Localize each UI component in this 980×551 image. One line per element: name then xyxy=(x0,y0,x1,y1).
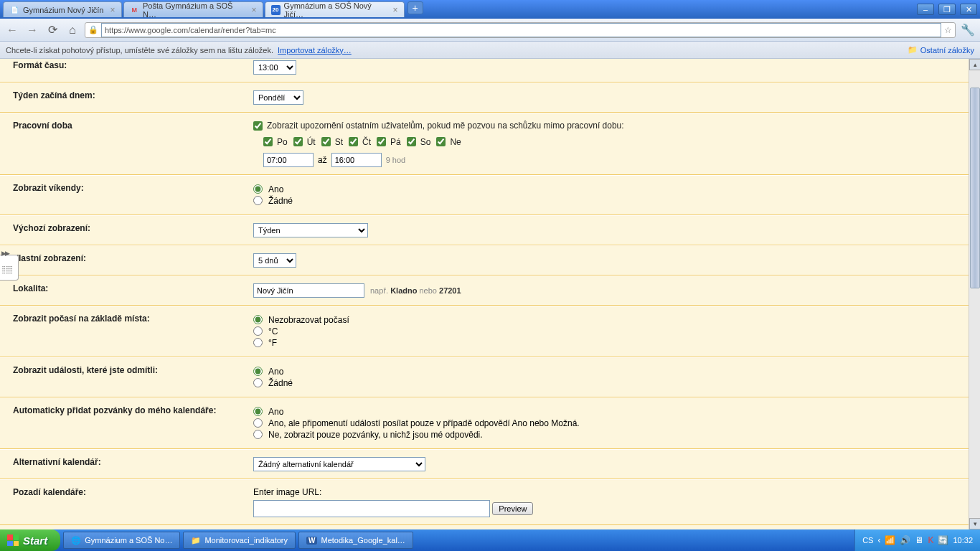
background-prompt: Enter image URL: xyxy=(253,487,969,497)
browser-tabs: 📄 Gymnázium Nový Jičín × M Pošta Gymnázi… xyxy=(3,1,911,17)
system-tray[interactable]: CS ‹ 📶 🔊 🖥 K 🔄 10:32 xyxy=(854,529,980,551)
day-so[interactable]: So xyxy=(407,137,431,147)
expand-arrows-icon: ▶▶ xyxy=(1,250,9,257)
folder-icon: 📁 xyxy=(191,536,201,545)
start-button[interactable]: Start xyxy=(0,529,60,551)
day-ct[interactable]: Čt xyxy=(349,137,371,147)
label-alt-calendar: Alternativní kalendář: xyxy=(13,457,253,471)
volume-icon[interactable]: 🔊 xyxy=(900,535,910,545)
work-between-label: až xyxy=(318,155,327,165)
network-icon[interactable]: 📶 xyxy=(885,535,895,545)
radio-declined-yes[interactable] xyxy=(253,367,263,376)
close-button[interactable]: ✕ xyxy=(960,4,977,15)
star-icon[interactable]: ☆ xyxy=(944,25,952,35)
radio-autoadd-1[interactable] xyxy=(253,407,263,416)
taskbar-item-1[interactable]: 🌐 Gymnázium a SOŠ No… xyxy=(63,532,180,549)
day-st[interactable]: St xyxy=(321,137,343,147)
new-tab-button[interactable]: + xyxy=(407,1,423,14)
maximize-button[interactable]: ❐ xyxy=(938,4,956,15)
row-auto-add: Automaticky přidat pozvánky do mého kale… xyxy=(0,397,969,449)
taskbar-item-3[interactable]: W Metodika_Google_kal… xyxy=(298,532,413,549)
input-locality[interactable] xyxy=(253,283,364,298)
radio-weather-f[interactable] xyxy=(253,338,263,347)
forward-button[interactable]: → xyxy=(24,22,40,38)
work-from-input[interactable] xyxy=(263,153,314,167)
reload-button[interactable]: ⟳ xyxy=(44,22,60,38)
tab-1[interactable]: 📄 Gymnázium Nový Jičín × xyxy=(3,1,122,17)
day-ut[interactable]: Út xyxy=(293,137,316,147)
scroll-down-icon[interactable]: ▾ xyxy=(969,518,980,529)
label-work-hours: Pracovní doba xyxy=(13,121,253,167)
back-button[interactable]: ← xyxy=(4,22,20,38)
home-button[interactable]: ⌂ xyxy=(65,22,80,38)
monitor-icon[interactable]: 🖥 xyxy=(915,535,923,545)
close-icon[interactable]: × xyxy=(251,5,256,15)
label-show-weekends: Zobrazit víkendy: xyxy=(13,183,253,207)
other-bookmarks-label: Ostatní záložky xyxy=(920,46,974,55)
preview-button[interactable]: Preview xyxy=(492,502,533,515)
sync-icon[interactable]: 🔄 xyxy=(938,535,948,545)
row-default-view: Výchozí zobrazení: Týden xyxy=(0,215,969,245)
checkbox-input[interactable] xyxy=(253,121,263,131)
bookmark-bar: Chcete-li získat pohotový přístup, umíst… xyxy=(0,42,980,59)
address-bar[interactable]: 🔒 ☆ xyxy=(85,22,956,38)
tab-3[interactable]: 20 Gymnázium a SOŠ Nový Jičí… × xyxy=(265,1,405,17)
taskbar-label: Gymnázium a SOŠ No… xyxy=(85,536,172,545)
input-background-url[interactable] xyxy=(253,500,490,517)
day-po[interactable]: Po xyxy=(263,137,288,147)
radio-autoadd-3[interactable] xyxy=(253,430,263,439)
radio-declined-none[interactable] xyxy=(253,378,263,387)
radio-weather-none[interactable] xyxy=(253,315,263,324)
calendar-icon: 20 xyxy=(271,5,281,15)
url-input[interactable] xyxy=(101,23,941,37)
label-weather: Zobrazit počasí na základě místa: xyxy=(13,314,253,349)
radio-weekends-yes[interactable] xyxy=(253,184,263,194)
row-background: Pozadí kalendáře: Enter image URL: Previ… xyxy=(0,479,969,525)
windows-taskbar: Start 🌐 Gymnázium a SOŠ No… 📁 Monitorova… xyxy=(0,529,980,551)
scroll-up-icon[interactable]: ▴ xyxy=(969,59,980,70)
import-bookmarks-link[interactable]: Importovat záložky… xyxy=(278,46,352,55)
row-time-format: Formát času: 13:00 xyxy=(0,59,969,83)
day-ne[interactable]: Ne xyxy=(436,137,461,147)
checkbox-work-hours-warn[interactable]: Zobrazit upozornění ostatním uživatelům,… xyxy=(253,121,624,131)
lang-indicator[interactable]: CS xyxy=(862,536,873,545)
tab-2[interactable]: M Pošta Gymnázium a SOŠ N… × xyxy=(123,1,263,17)
scroll-thumb[interactable] xyxy=(970,88,980,288)
taskbar-label: Monitorovaci_indikatory xyxy=(204,536,288,545)
tray-expand-icon[interactable]: ‹ xyxy=(877,535,880,545)
label-declined: Zobrazit události, které jste odmítli: xyxy=(13,365,253,390)
label-time-format: Formát času: xyxy=(13,60,253,75)
select-alt-calendar[interactable]: Žádný alternativní kalendář xyxy=(253,457,425,471)
checkbox-label: Zobrazit upozornění ostatním uživatelům,… xyxy=(267,121,624,131)
close-icon[interactable]: × xyxy=(392,5,397,15)
label-auto-add: Automaticky přidat pozvánky do mého kale… xyxy=(13,405,253,441)
radio-weekends-none[interactable] xyxy=(253,196,263,205)
folder-icon: 📁 xyxy=(908,45,918,55)
select-time-format[interactable]: 13:00 xyxy=(253,60,296,75)
select-week-start[interactable]: Pondělí xyxy=(253,90,303,105)
taskbar-item-2[interactable]: 📁 Monitorovaci_indikatory xyxy=(183,532,296,549)
tab-title: Pošta Gymnázium a SOŠ N… xyxy=(143,1,245,19)
taskbar-label: Metodika_Google_kal… xyxy=(321,536,405,545)
work-duration: 9 hod xyxy=(386,156,406,164)
row-alt-calendar: Alternativní kalendář: Žádný alternativn… xyxy=(0,449,969,479)
clock[interactable]: 10:32 xyxy=(953,536,973,545)
work-to-input[interactable] xyxy=(331,153,382,167)
other-bookmarks-button[interactable]: 📁 Ostatní záložky xyxy=(908,45,974,55)
label-background: Pozadí kalendáře: xyxy=(13,487,253,517)
start-label: Start xyxy=(23,534,47,547)
bookmark-hint: Chcete-li získat pohotový přístup, umíst… xyxy=(6,46,273,55)
shield-icon[interactable]: K xyxy=(928,535,933,545)
vertical-scrollbar[interactable]: ▴ ▾ xyxy=(969,59,980,529)
sidebar-drag-handle[interactable]: ┅┅┅┅┅┅┅┅┅┅┅┅ xyxy=(0,255,19,281)
close-icon[interactable]: × xyxy=(110,5,115,15)
wrench-icon[interactable]: 🔧 xyxy=(960,22,976,38)
radio-weather-c[interactable] xyxy=(253,326,263,336)
row-work-hours: Pracovní doba Zobrazit upozornění ostatn… xyxy=(0,113,969,175)
minimize-button[interactable]: – xyxy=(917,4,934,15)
radio-autoadd-2[interactable] xyxy=(253,418,263,428)
row-show-weekends: Zobrazit víkendy: Ano Žádné xyxy=(0,175,969,215)
select-custom-view[interactable]: 5 dnů xyxy=(253,253,296,268)
select-default-view[interactable]: Týden xyxy=(253,223,368,237)
day-pa[interactable]: Pá xyxy=(377,137,401,147)
